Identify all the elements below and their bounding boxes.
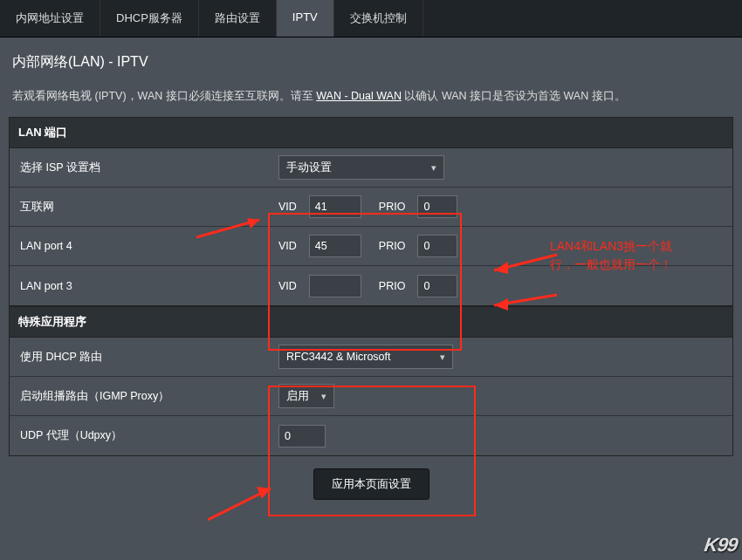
select-igmp-proxy[interactable]: 启用 — [278, 384, 334, 408]
tab-iptv[interactable]: IPTV — [277, 0, 334, 37]
apply-button[interactable]: 应用本页面设置 — [313, 468, 429, 500]
label-lan3: LAN port 3 — [10, 271, 278, 301]
vid-input-lan4[interactable] — [309, 235, 361, 257]
vid-input-lan3[interactable] — [309, 275, 361, 297]
section-lan-port: LAN 端口 选择 ISP 设置档 手动设置 互联网 VID PRIO LAN … — [9, 117, 733, 306]
desc-text-pre: 若观看网络电视 (IPTV)，WAN 接口必须连接至互联网。请至 — [12, 90, 316, 102]
label-isp-profile: 选择 ISP 设置档 — [10, 152, 278, 184]
select-isp-profile[interactable]: 手动设置 — [278, 155, 444, 180]
section-lan-port-header: LAN 端口 — [10, 118, 732, 148]
row-dhcp-route: 使用 DHCP 路由 RFC3442 & Microsoft — [10, 338, 732, 377]
label-igmp-proxy: 启动组播路由（IGMP Proxy） — [10, 380, 278, 413]
tabs-bar: 内网地址设置 DHCP服务器 路由设置 IPTV 交换机控制 — [0, 0, 742, 38]
tab-lan-address[interactable]: 内网地址设置 — [0, 0, 100, 37]
apply-button-wrap: 应用本页面设置 — [9, 456, 733, 505]
prio-input-lan3[interactable] — [417, 275, 457, 297]
content-area: 内部网络(LAN) - IPTV 若观看网络电视 (IPTV)，WAN 接口必须… — [0, 38, 742, 514]
label-internet: 互联网 — [10, 191, 278, 223]
wan-dual-wan-link[interactable]: WAN - Dual WAN — [316, 90, 402, 102]
select-isp-profile-value: 手动设置 — [286, 160, 332, 175]
vid-label-lan3: VID — [278, 280, 297, 292]
section-special-apps: 特殊应用程序 使用 DHCP 路由 RFC3442 & Microsoft 启动… — [9, 306, 733, 456]
row-internet: 互联网 VID PRIO — [10, 188, 732, 227]
vid-label-lan4: VID — [278, 240, 297, 252]
prio-label-lan3: PRIO — [379, 280, 406, 292]
prio-label-lan4: PRIO — [379, 240, 406, 252]
label-udpxy: UDP 代理（Udpxy） — [10, 420, 278, 452]
select-dhcp-route-value: RFC3442 & Microsoft — [286, 351, 390, 363]
select-igmp-proxy-value: 启用 — [286, 389, 309, 404]
section-special-apps-header: 特殊应用程序 — [10, 307, 732, 338]
select-dhcp-route[interactable]: RFC3442 & Microsoft — [278, 345, 453, 369]
row-udpxy: UDP 代理（Udpxy） — [10, 416, 732, 455]
page-title: 内部网络(LAN) - IPTV — [9, 53, 733, 72]
input-udpxy[interactable] — [278, 425, 326, 447]
watermark-logo: K99 — [703, 534, 739, 557]
row-lan3: LAN port 3 VID PRIO — [10, 266, 732, 305]
label-dhcp-route: 使用 DHCP 路由 — [10, 341, 278, 373]
row-lan4: LAN port 4 VID PRIO — [10, 227, 732, 266]
page-description: 若观看网络电视 (IPTV)，WAN 接口必须连接至互联网。请至 WAN - D… — [9, 87, 733, 105]
prio-label-internet: PRIO — [379, 201, 406, 213]
row-isp-profile: 选择 ISP 设置档 手动设置 — [10, 148, 732, 188]
row-igmp-proxy: 启动组播路由（IGMP Proxy） 启用 — [10, 377, 732, 416]
tab-switch-control[interactable]: 交换机控制 — [334, 0, 423, 37]
vid-label-internet: VID — [278, 201, 297, 213]
tab-dhcp-server[interactable]: DHCP服务器 — [100, 0, 199, 37]
prio-input-internet[interactable] — [417, 195, 457, 218]
label-lan4: LAN port 4 — [10, 231, 278, 261]
tab-route-settings[interactable]: 路由设置 — [199, 0, 277, 37]
prio-input-lan4[interactable] — [417, 235, 457, 257]
vid-input-internet[interactable] — [309, 195, 361, 218]
desc-text-post: 以确认 WAN 接口是否设为首选 WAN 接口。 — [404, 90, 625, 102]
